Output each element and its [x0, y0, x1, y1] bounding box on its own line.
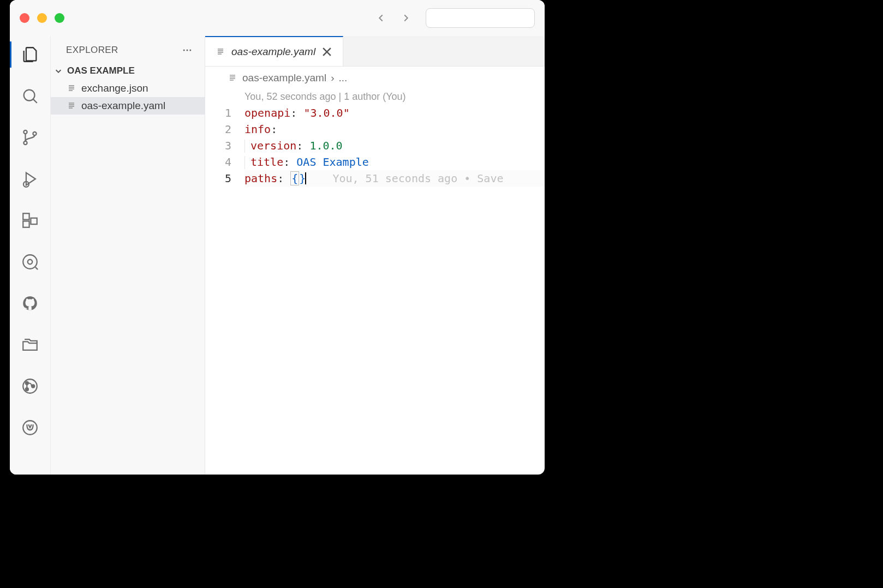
- svg-point-17: [187, 50, 188, 51]
- tab-close-button[interactable]: [321, 46, 333, 58]
- arrow-left-icon: [375, 12, 387, 24]
- line-number: 5: [205, 170, 231, 187]
- line-number: 3: [205, 137, 231, 154]
- activity-gitlens[interactable]: [14, 249, 46, 275]
- svg-point-3: [33, 132, 36, 135]
- breadcrumb-dots: ...: [339, 72, 348, 84]
- code-editor[interactable]: 1 2 3 4 5 You, 52 seconds ago | 1 author…: [205, 88, 545, 475]
- inline-blame: You, 51 seconds ago • Save: [332, 172, 503, 185]
- file-tree-item[interactable]: oas-example.yaml: [51, 97, 205, 115]
- activity-gitgraph[interactable]: [14, 373, 46, 399]
- svg-point-0: [24, 90, 35, 101]
- file-icon: [66, 100, 77, 111]
- sidebar-more-button[interactable]: [180, 44, 195, 57]
- arrow-right-icon: [400, 12, 412, 24]
- search-icon: [21, 87, 39, 105]
- svg-rect-7: [31, 218, 37, 224]
- line-number: 2: [205, 121, 231, 137]
- activity-folders[interactable]: [14, 332, 46, 358]
- code-line: version: 1.0.0: [244, 137, 545, 154]
- folder-name: OAS EXAMPLE: [67, 65, 135, 76]
- activity-extensions[interactable]: [14, 207, 46, 233]
- extensions-icon: [21, 211, 39, 230]
- activity-bar: [10, 36, 51, 475]
- svg-point-1: [23, 130, 27, 134]
- app-window: EXPLORER OAS EXAMPLE exchange.json: [10, 0, 545, 475]
- line-number-gutter: 1 2 3 4 5: [205, 88, 244, 475]
- file-icon: [66, 83, 77, 94]
- activity-github[interactable]: [14, 290, 46, 316]
- activity-mulesoft[interactable]: [14, 415, 46, 441]
- activity-search[interactable]: [14, 83, 46, 109]
- nav-back-button[interactable]: [371, 8, 391, 28]
- line-number: 1: [205, 105, 231, 121]
- svg-point-16: [183, 50, 185, 51]
- github-icon: [21, 294, 39, 313]
- svg-rect-6: [23, 221, 29, 227]
- branch-icon: [21, 128, 39, 147]
- codelens-blame[interactable]: You, 52 seconds ago | 1 author (You): [244, 88, 545, 105]
- nav-forward-button[interactable]: [396, 8, 416, 28]
- code-content: You, 52 seconds ago | 1 author (You) ope…: [244, 88, 545, 475]
- activity-source-control[interactable]: [14, 124, 46, 151]
- activity-explorer[interactable]: [14, 41, 46, 68]
- chevron-down-icon: [53, 65, 64, 76]
- breadcrumb[interactable]: oas-example.yaml › ...: [205, 67, 545, 88]
- gitlens-icon: [21, 253, 39, 271]
- code-line: info:: [244, 121, 545, 137]
- file-name: oas-example.yaml: [81, 100, 165, 112]
- code-line: openapi: "3.0.0": [244, 105, 545, 121]
- titlebar: [10, 0, 545, 36]
- command-search-input[interactable]: [426, 8, 535, 28]
- close-window-button[interactable]: [20, 13, 29, 23]
- debug-icon: [21, 170, 39, 188]
- file-tree: exchange.json oas-example.yaml: [51, 80, 205, 115]
- svg-rect-5: [23, 213, 29, 219]
- tab-bar: oas-example.yaml: [205, 36, 545, 67]
- svg-point-13: [26, 388, 28, 391]
- close-icon: [321, 46, 333, 58]
- explorer-sidebar: EXPLORER OAS EXAMPLE exchange.json: [51, 36, 205, 475]
- breadcrumb-file: oas-example.yaml: [242, 72, 326, 84]
- mulesoft-icon: [21, 418, 39, 437]
- breadcrumb-separator: ›: [331, 72, 334, 84]
- minimize-window-button[interactable]: [37, 13, 47, 23]
- sidebar-title: EXPLORER: [66, 45, 118, 56]
- line-number: 4: [205, 154, 231, 170]
- folders-icon: [21, 335, 39, 354]
- file-icon: [227, 73, 238, 83]
- cursor: [305, 172, 306, 184]
- git-graph-icon: [21, 377, 39, 395]
- svg-point-8: [23, 255, 37, 269]
- window-controls: [20, 13, 64, 23]
- svg-point-18: [189, 50, 191, 51]
- file-name: exchange.json: [81, 82, 148, 94]
- files-icon: [21, 45, 39, 64]
- file-icon: [215, 46, 226, 57]
- svg-point-2: [23, 141, 27, 145]
- editor-tab-active[interactable]: oas-example.yaml: [205, 36, 343, 66]
- svg-point-9: [28, 260, 33, 265]
- maximize-window-button[interactable]: [55, 13, 64, 23]
- svg-point-12: [26, 382, 28, 385]
- editor-area: oas-example.yaml oas-example.yaml › ... …: [205, 36, 545, 475]
- code-line: title: OAS Example: [244, 154, 545, 170]
- file-tree-item[interactable]: exchange.json: [51, 80, 205, 97]
- folder-header[interactable]: OAS EXAMPLE: [51, 62, 205, 80]
- ellipsis-icon: [182, 45, 193, 56]
- tab-label: oas-example.yaml: [231, 46, 315, 58]
- activity-run-debug[interactable]: [14, 166, 46, 192]
- code-line-current: paths: {}You, 51 seconds ago • Save: [244, 170, 545, 187]
